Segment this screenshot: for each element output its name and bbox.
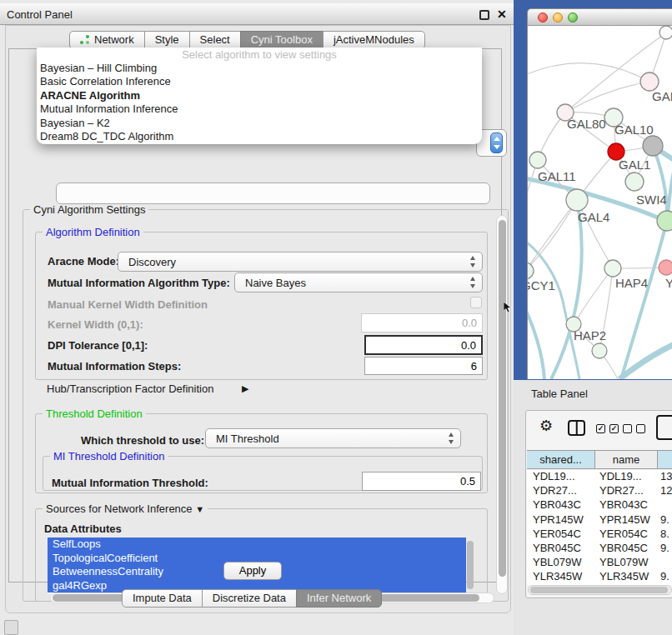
sources-title-text[interactable]: Sources for Network Inference [46, 502, 193, 515]
tab-infer-network[interactable]: Infer Network [296, 589, 382, 608]
tab-network[interactable]: Network [69, 31, 145, 49]
gear-icon[interactable]: ⚙ [539, 418, 553, 433]
table-row[interactable]: YDL19...YDL19...13 [527, 470, 672, 484]
network-node-label: GAL4 [578, 210, 609, 224]
network-node[interactable] [625, 172, 644, 191]
algorithm-option[interactable]: Mutual Information Inference [37, 102, 482, 116]
network-node-label: GAL10 [614, 122, 654, 137]
table-row[interactable]: YBL079WYBL079W [527, 556, 672, 570]
table-cell: YBR045C [527, 542, 595, 556]
table-header: shared... name [527, 450, 672, 469]
table-row[interactable]: YER054CYER054C8. [527, 528, 672, 542]
close-window-icon[interactable] [538, 12, 548, 22]
network-node[interactable] [604, 260, 621, 277]
attributes-scrollbar[interactable] [466, 539, 475, 592]
network-node[interactable] [592, 343, 607, 358]
data-attributes-label: Data Attributes [44, 522, 122, 535]
float-panel-icon[interactable] [479, 10, 489, 20]
network-node-label: Y [665, 276, 672, 290]
combo-spinner-focused[interactable] [490, 132, 503, 153]
tab-cyni-toolbox[interactable]: Cyni Toolbox [240, 31, 323, 49]
table-row[interactable]: YBR045CYBR045C9. [527, 542, 672, 556]
column-header-partial[interactable] [658, 451, 672, 468]
checked-box-icon: ✓ [609, 424, 619, 433]
network-node[interactable] [643, 136, 663, 156]
network-node[interactable] [659, 260, 672, 275]
table-cell: 12 [659, 484, 672, 498]
tab-jactivemnodules[interactable]: jActiveMNodules [323, 31, 425, 49]
tab-discretize-data[interactable]: Discretize Data [202, 589, 297, 608]
sources-collapse-icon[interactable]: ▼ [195, 504, 204, 514]
which-threshold-label: Which threshold to use: [81, 434, 204, 447]
mi-steps-input[interactable] [364, 357, 483, 375]
unchecked-box-icon [636, 424, 645, 433]
attribute-item[interactable]: SelfLoops [48, 538, 466, 552]
algorithm-option[interactable]: Dream8 DC_TDC Algorithm [37, 130, 482, 143]
table-row[interactable]: YBR043CYBR043C [527, 498, 672, 512]
column-header-shared-name[interactable]: shared... [527, 451, 595, 468]
mouse-cursor [504, 302, 512, 314]
column-header-name[interactable]: name [595, 451, 658, 468]
network-node[interactable] [528, 262, 534, 279]
combo-arrows-icon [469, 276, 477, 289]
which-threshold-select[interactable]: MI Threshold [205, 428, 461, 448]
algorithm-option[interactable]: Bayesian – Hill Climbing [37, 62, 482, 75]
select-all-columns-icon[interactable]: ✓ ✓ [596, 424, 619, 433]
dpi-tolerance-input[interactable] [364, 335, 483, 355]
apply-button[interactable]: Apply [223, 562, 282, 580]
algorithm-dropdown-popup: Select algorithm to view settings Bayesi… [37, 48, 482, 144]
hub-expand-icon[interactable]: ▶ [242, 383, 248, 394]
table-cell: YPR145W [527, 513, 595, 528]
which-threshold-value: MI Threshold [216, 432, 279, 445]
settings-vertical-scrollbar[interactable] [496, 215, 508, 594]
unchecked-box-icon [623, 424, 632, 433]
tab-impute-data[interactable]: Impute Data [122, 589, 203, 608]
tab-label: Impute Data [133, 590, 192, 607]
table-row[interactable]: YLR345WYLR345W9. [527, 570, 672, 584]
minimize-window-icon[interactable] [553, 12, 563, 22]
table-cell: YDL19... [527, 470, 595, 484]
network-node[interactable] [640, 72, 659, 91]
document-icon[interactable] [656, 415, 672, 440]
kernel-width-input[interactable] [361, 313, 483, 332]
network-edge-highlighted [621, 221, 667, 379]
algorithm-option[interactable]: Bayesian – K2 [37, 117, 482, 130]
algorithm-option[interactable]: Basic Correlation Inference [37, 75, 482, 88]
network-canvas[interactable]: GALGAL80GAL10GAL1GAL11SWI4GAL4HAP4YGCY1H… [527, 26, 672, 379]
aracne-mode-select[interactable]: Discovery [118, 252, 483, 272]
tab-style[interactable]: Style [144, 31, 190, 49]
mi-threshold-input[interactable] [362, 472, 481, 491]
network-node-label: GAL11 [538, 169, 576, 183]
close-icon[interactable]: ✕ [497, 8, 507, 21]
zoom-window-icon[interactable] [568, 12, 578, 22]
screen: { "control_panel": { "title": "Control P… [0, 0, 672, 635]
table-body: YDL19...YDL19...13YDR27...YDR27...12YBR0… [527, 470, 672, 585]
network-node-label: GAL80 [567, 117, 606, 131]
hub-definition-label[interactable]: Hub/Transcription Factor Definition [47, 382, 213, 395]
table-cell [659, 556, 672, 570]
tab-label: jActiveMNodules [333, 32, 414, 48]
manual-kernel-checkbox[interactable] [470, 297, 482, 308]
network-window-titlebar[interactable] [527, 8, 672, 26]
table-horizontal-scrollbar[interactable] [528, 585, 672, 595]
control-panel-window: Control Panel ✕ NetworkStyleSelectCyni T… [0, 0, 514, 635]
panel-title: Control Panel [7, 8, 73, 21]
table-cell: 9. [659, 542, 672, 556]
mi-type-select[interactable]: Naive Bayes [234, 272, 483, 292]
deselect-all-columns-icon[interactable] [623, 424, 645, 433]
network-view-window: GALGAL80GAL10GAL1GAL11SWI4GAL4HAP4YGCY1H… [527, 8, 672, 380]
table-row[interactable]: YPR145WYPR145W9. [527, 513, 672, 528]
algorithm-option[interactable]: ARACNE Algorithm [37, 89, 482, 102]
tab-select[interactable]: Select [189, 31, 241, 49]
network-node[interactable] [657, 211, 672, 231]
collapsed-panel-icon[interactable] [4, 620, 18, 635]
table-row[interactable]: YDR27...YDR27...12 [527, 484, 672, 498]
table-cell: YBL079W [595, 556, 659, 570]
network-node[interactable] [566, 189, 588, 211]
network-node[interactable] [659, 26, 672, 39]
aracne-mode-label: Aracne Mode: [48, 255, 119, 268]
table-cell: 9. [659, 570, 672, 584]
network-node[interactable] [529, 152, 546, 168]
table-cell: YPR145W [595, 513, 659, 528]
columns-icon[interactable] [568, 420, 585, 436]
